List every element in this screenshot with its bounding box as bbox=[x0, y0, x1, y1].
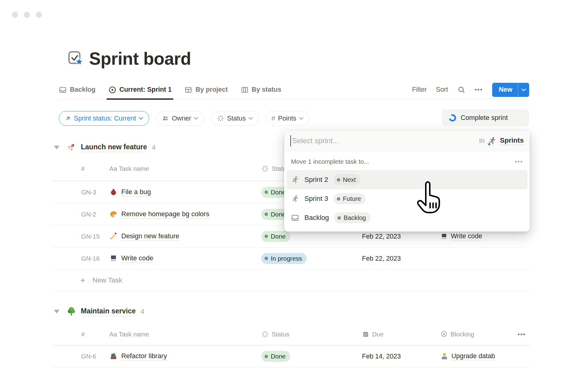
task-id: GN-3 bbox=[81, 189, 96, 196]
blocking-cell[interactable]: Write code bbox=[440, 232, 482, 240]
chip-label: Status bbox=[227, 115, 246, 122]
tab-label: Current: Sprint 1 bbox=[119, 86, 172, 94]
complete-sprint-label: Complete sprint bbox=[461, 114, 508, 122]
status-dot-icon bbox=[265, 190, 268, 194]
chevron-down-icon bbox=[299, 117, 303, 120]
task-name[interactable]: Remove homepage bg colors bbox=[121, 210, 209, 219]
sprint-status-badge: Future bbox=[334, 193, 366, 204]
task-id: GN-6 bbox=[81, 353, 96, 360]
points-filter-chip[interactable]: # Points bbox=[266, 111, 309, 126]
window-zoom-button[interactable] bbox=[36, 12, 42, 18]
status-dot-icon bbox=[265, 257, 268, 260]
task-name-cell[interactable]: Write code bbox=[109, 254, 153, 263]
tab-label: By project bbox=[195, 86, 228, 94]
blocking-task[interactable]: Upgrade datab bbox=[451, 352, 495, 360]
checkbox-star-page-icon[interactable] bbox=[67, 50, 84, 67]
option-backlog[interactable]: Backlog Backlog bbox=[287, 208, 527, 227]
filter-chips-row: Sprint status: Current Owner Status # Po… bbox=[59, 111, 309, 126]
task-name-cell[interactable]: File a bug bbox=[109, 188, 151, 197]
inbox-icon bbox=[59, 86, 67, 94]
tab-backlog[interactable]: Backlog bbox=[59, 80, 96, 99]
table-row[interactable]: GN-6 Refactor library Done Feb 14, 2023 … bbox=[52, 345, 530, 367]
runner-icon bbox=[291, 195, 299, 203]
new-task-label: New Task bbox=[92, 276, 122, 284]
task-name-cell[interactable]: Refactor library bbox=[109, 352, 167, 361]
hash-icon: # bbox=[271, 114, 275, 122]
view-toolbar: Filter Sort ••• New bbox=[412, 83, 529, 97]
task-name-cell[interactable]: Design new feature bbox=[109, 232, 179, 241]
arrow-up-right-icon bbox=[65, 115, 71, 122]
task-id: GN-15 bbox=[81, 233, 100, 240]
page-title: Sprint board bbox=[89, 48, 191, 69]
column-menu-button[interactable]: ••• bbox=[518, 331, 526, 338]
option-sprint-3[interactable]: Sprint 3 Future bbox=[287, 189, 527, 208]
sort-button[interactable]: Sort bbox=[436, 86, 448, 94]
column-header-task-name[interactable]: Aa Task name bbox=[109, 331, 149, 338]
task-name[interactable]: Refactor library bbox=[121, 352, 167, 361]
tab-label: By status bbox=[252, 86, 281, 94]
new-task-button[interactable]: + New Task bbox=[52, 269, 530, 291]
new-button-label[interactable]: New bbox=[492, 83, 518, 97]
column-header-id[interactable]: # bbox=[81, 331, 85, 338]
column-header-due[interactable]: Due bbox=[362, 331, 384, 338]
sprint-board-app: Sprint board Backlog Current: Sprint 1 B… bbox=[0, 0, 588, 368]
status-dot-icon bbox=[265, 235, 268, 238]
option-sprint-2[interactable]: Sprint 2 Next bbox=[287, 170, 527, 189]
page-header: Sprint board bbox=[67, 48, 191, 69]
column-header-status[interactable]: Status bbox=[261, 330, 289, 338]
status-dot-icon bbox=[265, 355, 268, 358]
collapse-triangle-icon[interactable] bbox=[54, 310, 59, 313]
group-title[interactable]: Launch new feature bbox=[81, 143, 147, 152]
group-title[interactable]: Maintain service bbox=[81, 307, 136, 316]
option-name: Sprint 2 bbox=[304, 176, 328, 184]
popup-section-header: Move 1 incomplete task to... ••• bbox=[284, 151, 530, 165]
scope-prefix: In bbox=[479, 137, 484, 145]
task-name[interactable]: Write code bbox=[121, 254, 153, 263]
scope-database-link[interactable]: Sprints bbox=[500, 136, 524, 145]
sprint-search-input[interactable]: Select sprint... bbox=[292, 136, 339, 145]
status-spinner-icon bbox=[217, 115, 224, 122]
popup-more-button[interactable]: ••• bbox=[515, 158, 523, 165]
option-name: Sprint 3 bbox=[304, 195, 328, 203]
column-header-id[interactable]: # bbox=[81, 165, 85, 172]
due-date[interactable]: Feb 22, 2023 bbox=[362, 255, 401, 262]
status-spinner-icon bbox=[261, 165, 269, 172]
column-header-blocking[interactable]: Blocking bbox=[440, 331, 474, 338]
filter-button[interactable]: Filter bbox=[412, 86, 427, 94]
new-button[interactable]: New bbox=[492, 83, 529, 97]
task-name[interactable]: File a bug bbox=[121, 188, 151, 197]
window-controls bbox=[12, 12, 42, 18]
window-close-button[interactable] bbox=[12, 12, 18, 18]
task-name-cell[interactable]: Remove homepage bg colors bbox=[109, 210, 209, 219]
status-badge: Done bbox=[261, 351, 290, 362]
tree-emoji-icon bbox=[66, 306, 77, 317]
runner-star-icon: ★ bbox=[488, 136, 496, 145]
status-filter-chip[interactable]: Status bbox=[211, 111, 259, 126]
blocking-task[interactable]: Write code bbox=[451, 232, 482, 240]
due-date[interactable]: Feb 14, 2023 bbox=[362, 353, 401, 360]
complete-sprint-button[interactable]: Complete sprint bbox=[442, 110, 529, 126]
option-name: Backlog bbox=[304, 214, 329, 222]
tab-by-project[interactable]: By project bbox=[184, 80, 228, 99]
text-caret bbox=[290, 135, 291, 146]
window-minimize-button[interactable] bbox=[24, 12, 30, 18]
books-emoji-icon bbox=[109, 352, 118, 361]
due-date[interactable]: Feb 22, 2023 bbox=[362, 232, 401, 240]
tab-current-sprint[interactable]: Current: Sprint 1 bbox=[108, 80, 172, 99]
search-icon[interactable] bbox=[457, 86, 466, 94]
chevron-down-icon[interactable] bbox=[518, 83, 529, 97]
blocking-cell[interactable]: Upgrade datab bbox=[440, 352, 495, 360]
people-icon bbox=[162, 115, 169, 122]
collapse-triangle-icon[interactable] bbox=[54, 146, 59, 149]
more-options-button[interactable]: ••• bbox=[475, 86, 483, 93]
task-name[interactable]: Design new feature bbox=[121, 232, 179, 241]
chip-label: Points bbox=[278, 115, 296, 122]
status-badge: Done bbox=[261, 231, 290, 242]
owner-filter-chip[interactable]: Owner bbox=[156, 111, 204, 126]
sprint-search-row[interactable]: Select sprint... In ★ Sprints bbox=[284, 130, 530, 151]
table-row[interactable]: GN-16 Write code In progress Feb 22, 202… bbox=[52, 247, 530, 269]
sprint-status-filter-chip[interactable]: Sprint status: Current bbox=[59, 111, 149, 126]
column-header-task-name[interactable]: Aa Task name bbox=[109, 165, 149, 172]
tab-by-status[interactable]: By status bbox=[241, 80, 281, 99]
laptop-emoji-icon bbox=[109, 254, 118, 263]
